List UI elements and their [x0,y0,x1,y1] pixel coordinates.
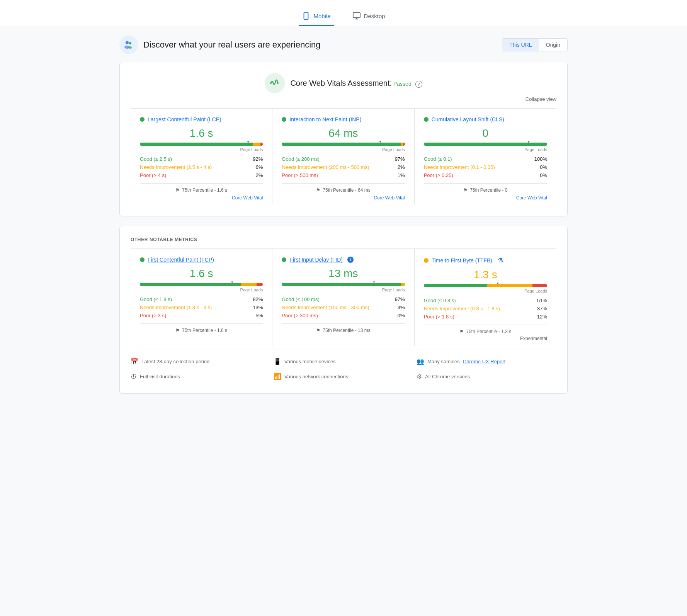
lcp-name[interactable]: Largest Contentful Paint (LCP) [148,116,221,123]
main-content: Discover what your real users are experi… [112,26,575,412]
fcp-stat-needs: Needs Improvement (1.8 s - 3 s) 13% [140,303,263,311]
cls-cwv-link[interactable]: Core Web Vital [516,195,547,201]
ttfb-stat-needs: Needs Improvement (0.8 s - 1.8 s) 37% [424,305,547,313]
fid-percentile-icon: ⚑ [316,328,320,333]
lcp-stat-needs: Needs Improvement (2.5 s - 4 s) 6% [140,163,263,171]
fid-info-icon[interactable]: i [347,257,354,263]
inp-name[interactable]: Interaction to Next Paint (INP) [289,116,361,123]
cls-stat-poor: Poor (> 0.25) 0% [424,171,547,179]
fid-stats: Good (≤ 100 ms) 97% Needs Improvement (1… [282,295,405,320]
core-metrics-grid: Largest Contentful Paint (LCP) 1.6 s Pag… [131,108,556,205]
calendar-icon: 📅 [131,358,138,365]
cls-poor-label: Poor (> 0.25) [424,172,453,178]
metric-inp-label: Interaction to Next Paint (INP) [282,116,405,123]
metric-fid: First Input Delay (FID) i 13 ms Page Loa… [272,249,414,346]
fcp-name[interactable]: First Contentful Paint (FCP) [148,257,214,263]
tab-desktop-label: Desktop [364,13,385,19]
url-origin-toggle: This URL Origin [502,38,568,51]
inp-cwv-link[interactable]: Core Web Vital [374,195,405,201]
inp-bar-container [282,143,405,146]
ttfb-bar-good [424,284,487,287]
fcp-bar-good [140,283,241,286]
inp-percentile-value: 75th Percentile - 64 ms [323,187,370,193]
origin-button[interactable]: Origin [539,39,567,51]
help-icon[interactable]: ? [415,81,422,88]
inp-percentile: ⚑ 75th Percentile - 64 ms [282,183,405,193]
lcp-needs-label: Needs Improvement (2.5 s - 4 s) [140,164,212,170]
tab-desktop[interactable]: Desktop [349,7,388,26]
fcp-bar-needs [241,283,257,286]
fid-marker [372,281,376,288]
footer-many-samples: 👥 Many samples Chrome UX Report [417,356,556,368]
ttfb-experimental-label: Experimental [424,336,547,341]
ttfb-status-dot [424,258,429,263]
inp-cwv-link-container: Core Web Vital [282,195,405,201]
inp-stat-needs: Needs Improvement (200 ms - 500 ms) 2% [282,163,405,171]
lcp-value: 1.6 s [140,127,263,140]
fid-bar-needs [401,283,405,286]
lcp-stat-good: Good (≤ 2.5 s) 92% [140,155,263,163]
chrome-versions-text: All Chrome versions [425,374,470,379]
fid-poor-pct: 0% [398,313,405,318]
lcp-percentile: ⚑ 75th Percentile - 1.6 s [140,183,263,193]
svg-point-3 [126,41,129,44]
visit-durations-text: Full visit durations [140,374,180,379]
metric-fid-label: First Input Delay (FID) i [282,257,405,263]
fcp-good-pct: 82% [253,296,263,302]
ttfb-bar-needs [487,284,532,287]
cls-cwv-link-container: Core Web Vital [424,195,547,201]
ttfb-percentile-value: 75th Percentile - 1.3 s [466,329,511,334]
chrome-ux-report-link[interactable]: Chrome UX Report [463,359,506,364]
fcp-progress-bar [140,283,263,286]
ttfb-needs-pct: 37% [537,306,547,311]
ttfb-needs-label: Needs Improvement (0.8 s - 1.8 s) [424,306,500,311]
ttfb-stat-good: Good (≤ 0.8 s) 51% [424,296,547,305]
inp-good-pct: 97% [395,156,405,162]
fid-percentile: ⚑ 75th Percentile - 13 ms [282,323,405,333]
collection-period-text: Latest 28-day collection period [141,359,209,364]
ttfb-name[interactable]: Time to First Byte (TTFB) [432,257,492,264]
fid-name[interactable]: First Input Delay (FID) [289,257,343,263]
tab-mobile[interactable]: Mobile [299,7,333,26]
fcp-status-dot [140,257,145,262]
lcp-progress-bar [140,143,263,146]
core-web-vitals-card: Core Web Vitals Assessment: Passed ? Col… [119,62,568,216]
cls-stat-good: Good (≤ 0.1) 100% [424,155,547,163]
collapse-link[interactable]: Collapse view [525,96,556,102]
lcp-percentile-value: 75th Percentile - 1.6 s [182,187,227,193]
lcp-bar-container [140,143,263,146]
cls-percentile-value: 75th Percentile - 0 [470,187,507,193]
fcp-marker [230,281,234,288]
fcp-stat-good: Good (≤ 1.8 s) 82% [140,295,263,303]
lcp-good-pct: 92% [253,156,263,162]
fid-progress-bar [282,283,405,286]
ttfb-marker [496,282,500,289]
fcp-percentile: ⚑ 75th Percentile - 1.6 s [140,323,263,333]
ttfb-good-pct: 51% [537,298,547,303]
users-footer-icon: 👥 [417,358,424,365]
fid-value: 13 ms [282,267,405,280]
cls-name[interactable]: Cumulative Layout Shift (CLS) [432,116,504,123]
fcp-needs-pct: 13% [253,305,263,310]
lcp-needs-pct: 6% [256,164,263,170]
this-url-button[interactable]: This URL [502,39,539,51]
fid-stat-poor: Poor (> 300 ms) 0% [282,311,405,320]
page-title: Discover what your real users are experi… [143,40,321,50]
inp-needs-pct: 2% [398,164,405,170]
fid-needs-pct: 3% [398,305,405,310]
inp-bar-good [282,143,401,146]
inp-poor-pct: 1% [398,172,405,178]
tab-mobile-label: Mobile [313,13,330,19]
fcp-bar-container [140,283,263,286]
footer-network-connections: 📶 Various network connections [274,371,413,383]
mobile-icon [302,12,310,20]
lcp-cwv-link[interactable]: Core Web Vital [232,195,263,201]
cls-marker [527,141,531,147]
metric-lcp: Largest Contentful Paint (LCP) 1.6 s Pag… [131,109,272,205]
ttfb-value: 1.3 s [424,269,547,281]
cls-stat-needs: Needs Improvement (0.1 - 0.25) 0% [424,163,547,171]
ttfb-page-loads: Page Loads [424,289,547,293]
cls-percentile-icon: ⚑ [463,187,468,193]
footer-info-grid: 📅 Latest 28-day collection period 📱 Vari… [131,349,556,383]
lcp-page-loads: Page Loads [140,147,263,152]
